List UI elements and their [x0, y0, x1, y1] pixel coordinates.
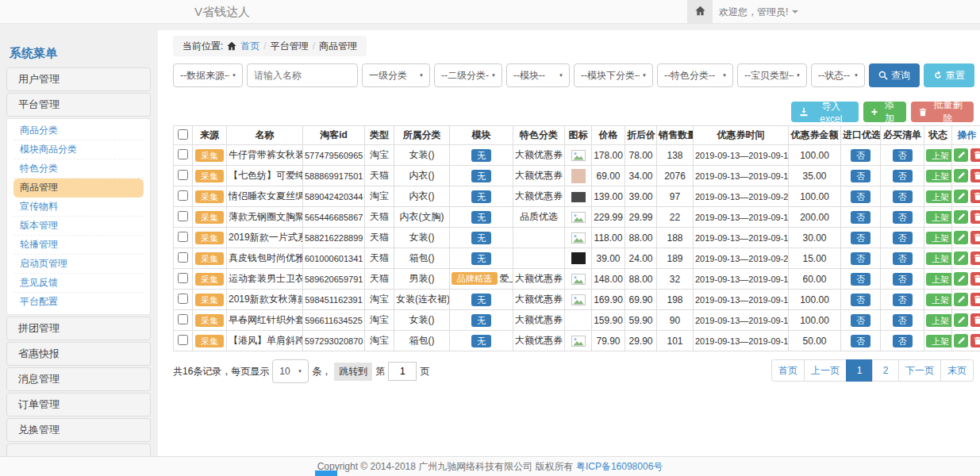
pager-button[interactable]: 首页	[771, 359, 805, 382]
must-buy-button[interactable]: 否	[893, 273, 913, 286]
status-button[interactable]: 上架	[926, 149, 952, 162]
import-select-button[interactable]: 否	[851, 335, 870, 347]
delete-button[interactable]	[970, 272, 980, 286]
delete-button[interactable]	[970, 313, 980, 327]
edit-button[interactable]	[954, 210, 968, 224]
must-buy-button[interactable]: 否	[893, 149, 913, 162]
status-button[interactable]: 上架	[926, 335, 952, 347]
row-checkbox[interactable]	[178, 232, 188, 242]
user-menu[interactable]: 欢迎您，管理员!	[719, 0, 798, 24]
status-button[interactable]: 上架	[926, 314, 952, 327]
filter-select[interactable]: --模块下分类--	[574, 63, 653, 87]
sidebar-group-item[interactable]: 拼团管理	[6, 317, 151, 340]
row-checkbox[interactable]	[178, 252, 188, 263]
pager-button[interactable]: 下一页	[898, 359, 941, 382]
row-checkbox[interactable]	[178, 149, 188, 159]
filter-select[interactable]: --数据来源--	[173, 63, 243, 87]
filter-select[interactable]: --模块--	[506, 63, 570, 87]
batch-delete-button[interactable]: 批量删除	[911, 102, 974, 122]
status-button[interactable]: 上架	[926, 273, 952, 286]
per-page-select[interactable]: 10	[272, 359, 309, 383]
delete-button[interactable]	[970, 148, 980, 162]
sidebar-group-item[interactable]: 兑换管理	[6, 418, 151, 442]
filter-select[interactable]: --宝贝类型--	[737, 63, 807, 87]
filter-select[interactable]: --特色分类--	[657, 63, 733, 87]
row-checkbox[interactable]	[178, 170, 188, 180]
status-button[interactable]: 上架	[926, 294, 952, 306]
import-select-button[interactable]: 否	[851, 190, 870, 203]
status-button[interactable]: 上架	[926, 252, 952, 265]
sidebar-group-item[interactable]: 订单管理	[6, 393, 151, 416]
delete-button[interactable]	[970, 334, 980, 347]
sidebar-subitem[interactable]: 特色分类	[13, 159, 144, 178]
search-button[interactable]: 查询	[869, 63, 920, 87]
delete-button[interactable]	[970, 231, 980, 244]
sidebar-group-item[interactable]: 用户管理	[6, 67, 151, 91]
filter-select[interactable]: --二级分类--	[434, 63, 502, 87]
add-button[interactable]: + 添加	[863, 102, 906, 122]
jump-button[interactable]: 跳转到	[334, 363, 372, 381]
must-buy-button[interactable]: 否	[893, 294, 913, 306]
status-button[interactable]: 上架	[926, 190, 952, 203]
import-select-button[interactable]: 否	[851, 314, 870, 327]
must-buy-button[interactable]: 否	[893, 232, 913, 244]
filter-select[interactable]: 一级分类	[362, 63, 430, 87]
page-jump-input[interactable]	[388, 362, 417, 381]
breadcrumb-home-link[interactable]: 首页	[240, 40, 259, 53]
sidebar-subitem[interactable]: 启动页管理	[13, 255, 144, 274]
edit-button[interactable]	[954, 313, 968, 327]
delete-button[interactable]	[970, 169, 980, 182]
sidebar-subitem[interactable]: 宣传物料	[13, 198, 144, 217]
edit-button[interactable]	[954, 293, 968, 306]
icp-link[interactable]: 粤ICP备16098006号	[576, 461, 663, 472]
sidebar-subitem[interactable]: 意见反馈	[13, 274, 144, 293]
sidebar-group-item[interactable]: 省惠快报	[6, 342, 151, 366]
delete-button[interactable]	[970, 210, 980, 224]
filter-select[interactable]: --状态--	[811, 63, 865, 87]
edit-button[interactable]	[954, 169, 968, 182]
edit-button[interactable]	[954, 148, 968, 162]
name-search-input[interactable]	[247, 63, 358, 87]
row-checkbox[interactable]	[178, 335, 188, 345]
status-button[interactable]: 上架	[926, 211, 952, 224]
sidebar-subitem[interactable]: 模块商品分类	[13, 140, 144, 159]
sidebar-subitem[interactable]: 轮播管理	[13, 236, 144, 255]
pager-button[interactable]: 1	[846, 359, 873, 382]
import-select-button[interactable]: 否	[851, 252, 870, 265]
edit-button[interactable]	[954, 231, 968, 244]
edit-button[interactable]	[954, 334, 968, 347]
pager-button[interactable]: 末页	[940, 359, 974, 382]
import-select-button[interactable]: 否	[851, 211, 870, 224]
pager-button[interactable]: 2	[872, 359, 899, 382]
sidebar-subitem[interactable]: 版本管理	[13, 217, 144, 236]
import-select-button[interactable]: 否	[851, 294, 870, 306]
row-checkbox[interactable]	[178, 273, 188, 283]
edit-button[interactable]	[954, 190, 968, 203]
import-select-button[interactable]: 否	[851, 273, 870, 286]
pager-button[interactable]: 上一页	[804, 359, 847, 382]
import-select-button[interactable]: 否	[851, 149, 870, 162]
sidebar-subitem[interactable]: 商品分类	[13, 121, 144, 140]
import-excel-button[interactable]: 导入excel	[791, 102, 859, 122]
import-select-button[interactable]: 否	[851, 170, 870, 182]
select-all-checkbox[interactable]	[178, 129, 188, 140]
delete-button[interactable]	[970, 251, 980, 265]
status-button[interactable]: 上架	[926, 232, 952, 244]
must-buy-button[interactable]: 否	[893, 252, 913, 265]
delete-button[interactable]	[970, 293, 980, 306]
sidebar-subitem[interactable]: 商品管理	[13, 178, 144, 198]
reset-button[interactable]: 重置	[924, 63, 974, 87]
row-checkbox[interactable]	[178, 211, 188, 221]
must-buy-button[interactable]: 否	[893, 211, 913, 224]
sidebar-group-item[interactable]: 消息管理	[6, 367, 151, 391]
sidebar-group-item[interactable]: 平台管理	[6, 93, 151, 117]
row-checkbox[interactable]	[178, 314, 188, 324]
edit-button[interactable]	[954, 272, 968, 286]
must-buy-button[interactable]: 否	[893, 314, 913, 327]
must-buy-button[interactable]: 否	[893, 170, 913, 182]
delete-button[interactable]	[970, 190, 980, 203]
status-button[interactable]: 上架	[926, 170, 952, 182]
must-buy-button[interactable]: 否	[893, 335, 913, 347]
edit-button[interactable]	[954, 251, 968, 265]
row-checkbox[interactable]	[178, 294, 188, 304]
